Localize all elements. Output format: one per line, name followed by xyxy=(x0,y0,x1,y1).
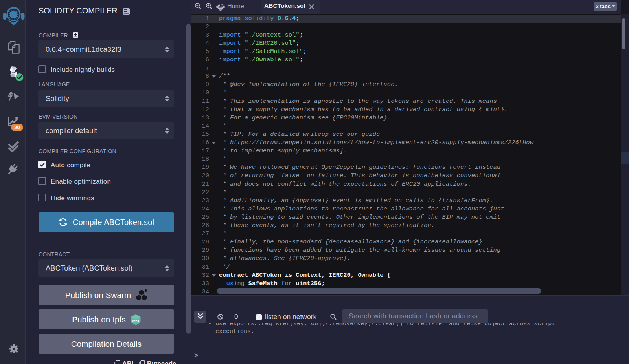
svg-text:IPFS: IPFS xyxy=(132,318,139,322)
